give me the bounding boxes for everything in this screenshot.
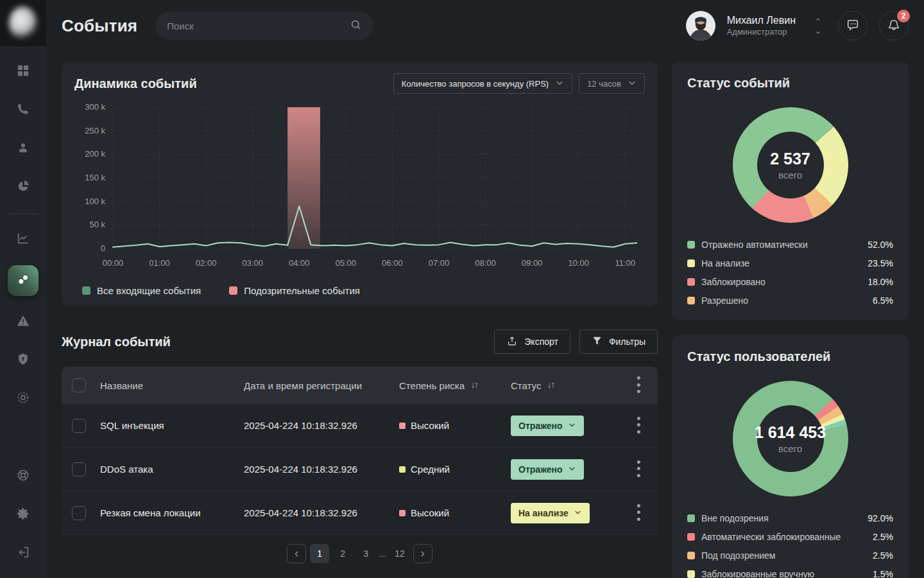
sidebar-item-security[interactable]	[10, 347, 36, 373]
legend-row: Автоматически заблокированные 2.5%	[687, 532, 893, 542]
time-range-select[interactable]: 12 часов	[579, 73, 645, 94]
export-button[interactable]: Экспорт	[494, 329, 570, 354]
legend-label: Подозрительные события	[244, 285, 360, 296]
table-row: DDoS атака 2025-04-224 10:18:32.926 Сред…	[62, 448, 658, 491]
search-bar	[155, 12, 373, 40]
risk-label: Средний	[411, 464, 450, 475]
page-2-button[interactable]: 2	[333, 544, 352, 563]
filters-button[interactable]: Фильтры	[579, 329, 658, 354]
svg-text:250 k: 250 k	[85, 126, 105, 136]
sidebar-item-calls[interactable]	[10, 98, 36, 123]
legend-value: 1.5%	[873, 569, 893, 578]
user-menu[interactable]: Михаил Левин Администратор	[727, 14, 796, 37]
sidebar-item-events-sync[interactable]	[8, 265, 38, 296]
event-datetime: 2025-04-224 10:18:32.926	[244, 420, 399, 431]
column-datetime: Дата и время регистрации	[244, 380, 399, 391]
events-status-legend: Отражено автоматически 52.0% На анализе …	[687, 240, 893, 306]
logo-icon	[9, 6, 37, 40]
page-1-button[interactable]: 1	[310, 544, 329, 563]
sort-risk-icon[interactable]	[470, 380, 480, 390]
svg-text:01:00: 01:00	[149, 258, 170, 268]
events-dynamics-card: Динамика событий Количество запросов в с…	[62, 62, 658, 306]
sidebar-item-alerts[interactable]	[10, 309, 36, 335]
avatar[interactable]	[686, 11, 715, 40]
svg-text:0: 0	[101, 243, 105, 253]
next-page-button[interactable]	[413, 544, 432, 563]
row-menu-button[interactable]: •••	[637, 459, 641, 479]
row-menu-button[interactable]: •••	[637, 416, 641, 435]
sidebar-item-pie-stats[interactable]	[10, 175, 36, 200]
sidebar-item-analytics[interactable]	[10, 227, 36, 252]
svg-text:200 k: 200 k	[85, 149, 105, 159]
status-label: Отражено	[518, 421, 563, 431]
chevron-down-icon	[555, 78, 564, 89]
prev-page-button[interactable]	[287, 544, 306, 563]
status-dropdown[interactable]: Отражено	[511, 459, 584, 480]
event-datetime: 2025-04-224 10:18:32.926	[244, 507, 399, 518]
legend-item-incoming: Все входящие события	[82, 285, 201, 296]
sidebar-bottom	[10, 464, 36, 566]
svg-text:04:00: 04:00	[289, 258, 310, 268]
chevron-down-icon	[628, 78, 637, 89]
gear-icon	[16, 507, 30, 523]
page-12-button[interactable]: 12	[390, 544, 409, 563]
user-menu-expander[interactable]	[814, 13, 823, 38]
svg-text:06:00: 06:00	[382, 258, 403, 268]
status-dropdown[interactable]: Отражено	[511, 416, 584, 436]
metric-select-value: Количество запросов в секунду (RPS)	[402, 79, 549, 89]
table-menu-button[interactable]: •••	[637, 375, 641, 395]
row-checkbox[interactable]	[72, 506, 86, 520]
legend-value: 18.0%	[868, 277, 893, 287]
app-logo[interactable]	[0, 0, 46, 46]
risk-indicator	[399, 510, 406, 516]
status-label: На анализе	[518, 508, 569, 518]
notifications-button[interactable]: 2	[879, 11, 909, 40]
legend-swatch	[229, 286, 237, 295]
chevron-down-icon	[568, 421, 576, 431]
page-3-button[interactable]: 3	[356, 544, 375, 563]
events-total: 2 537	[746, 150, 835, 168]
row-checkbox[interactable]	[72, 462, 86, 477]
sidebar-item-settings[interactable]	[10, 502, 36, 528]
svg-text:11:00: 11:00	[615, 258, 635, 268]
sidebar-item-help[interactable]	[10, 464, 36, 489]
svg-text:03:00: 03:00	[242, 258, 263, 268]
select-all-checkbox[interactable]	[72, 378, 86, 392]
search-input[interactable]	[167, 21, 343, 31]
sidebar-item-dashboard[interactable]	[10, 59, 36, 85]
user-role: Администратор	[727, 27, 796, 37]
time-range-value: 12 часов	[587, 79, 621, 89]
svg-text:05:00: 05:00	[336, 258, 357, 268]
shield-icon	[16, 352, 30, 369]
chevron-up-icon	[814, 13, 823, 25]
sidebar-nav	[8, 59, 38, 464]
sidebar-item-users[interactable]	[10, 136, 36, 162]
legend-swatch	[687, 241, 695, 249]
sidebar-divider	[9, 213, 37, 214]
messages-button[interactable]	[838, 11, 868, 40]
table-row: SQL инъекция 2025-04-224 10:18:32.926 Вы…	[62, 404, 658, 448]
metric-select[interactable]: Количество запросов в секунду (RPS)	[393, 73, 572, 94]
svg-text:02:00: 02:00	[196, 258, 217, 268]
svg-text:150 k: 150 k	[85, 173, 105, 182]
sidebar-item-logout[interactable]	[10, 541, 36, 566]
line-chart-icon	[16, 231, 30, 248]
chevron-down-icon	[568, 464, 576, 475]
search-icon[interactable]	[350, 19, 362, 33]
legend-swatch	[82, 286, 90, 295]
row-checkbox[interactable]	[72, 419, 86, 433]
column-risk: Степень риска	[399, 380, 465, 391]
sidebar-item-network[interactable]	[10, 386, 36, 412]
legend-swatch	[687, 533, 695, 541]
status-dropdown[interactable]: На анализе	[511, 503, 590, 523]
events-status-title: Статус событий	[687, 76, 893, 91]
row-menu-button[interactable]: •••	[637, 503, 641, 523]
legend-label: Вне подозрения	[701, 513, 769, 523]
sort-status-icon[interactable]	[546, 380, 556, 390]
event-name: SQL инъекция	[100, 420, 244, 431]
page-title: События	[62, 16, 137, 36]
legend-label: Под подозрением	[701, 550, 775, 561]
legend-value: 6.5%	[873, 295, 893, 306]
legend-value: 2.5%	[873, 532, 893, 542]
event-name: DDoS атака	[100, 464, 244, 475]
